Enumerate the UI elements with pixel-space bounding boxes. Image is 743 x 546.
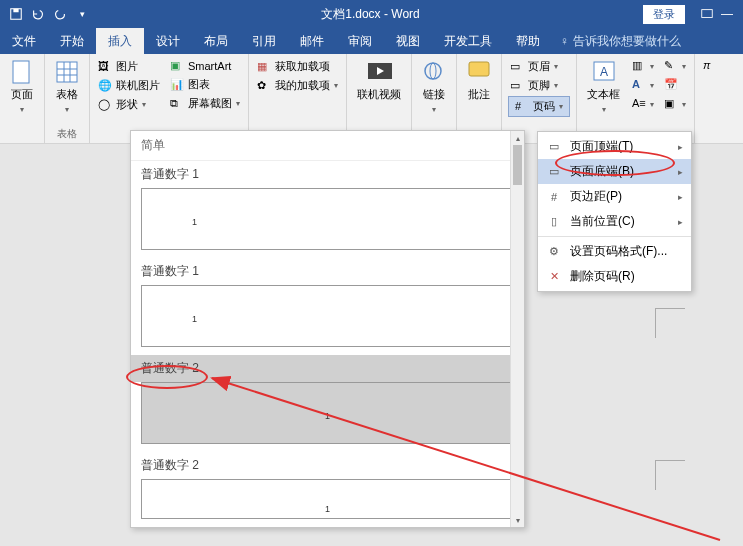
links-button[interactable]: 链接 ▾ [418,58,450,116]
chevron-right-icon: ▸ [678,167,683,177]
page-number-button[interactable]: #页码▾ [508,96,570,117]
picture-icon: 🖼 [98,60,112,74]
undo-icon[interactable] [30,6,46,22]
submenu-page-top[interactable]: ▭ 页面顶端(T) ▸ [538,134,691,159]
ribbon-display-icon[interactable] [699,6,715,22]
svg-text:A: A [599,65,607,79]
shapes-icon: ◯ [98,98,112,112]
footer-button[interactable]: ▭页脚▾ [508,77,570,94]
scroll-down-icon[interactable]: ▾ [511,513,524,527]
links-label: 链接 [423,87,445,102]
table-icon [55,60,79,84]
textbox-button[interactable]: A 文本框 ▾ [583,58,624,141]
smartart-button[interactable]: ▣SmartArt [168,58,242,74]
chevron-down-icon: ▾ [432,105,436,114]
gallery-scrollbar[interactable]: ▴ ▾ [510,131,524,527]
smartart-icon: ▣ [170,59,184,73]
gallery-item-plain2b[interactable]: 1 [141,479,514,519]
quick-parts-button[interactable]: ▥▾ [630,58,656,74]
chart-button[interactable]: 📊图表 [168,76,242,93]
submenu-remove-page-numbers[interactable]: ✕ 删除页码(R) [538,264,691,289]
wordart-button[interactable]: A▾ [630,77,656,93]
textbox-icon: A [592,60,616,84]
chevron-down-icon: ▾ [236,99,240,108]
comment-button[interactable]: 批注 [463,58,495,104]
gallery-item-label-selected: 普通数字 2 [131,355,524,382]
lightbulb-icon: ♀ [560,34,569,48]
screenshot-icon: ⧉ [170,97,184,111]
submenu-page-margins[interactable]: # 页边距(P) ▸ [538,184,691,209]
page-icon [10,60,34,84]
table-label: 表格 [56,87,78,102]
page-number-icon: # [515,100,529,114]
format-icon: ⚙ [546,244,562,260]
chevron-down-icon: ▾ [554,81,558,90]
online-pictures-button[interactable]: 🌐联机图片 [96,77,162,94]
scroll-thumb[interactable] [513,145,522,185]
group-tables-label: 表格 [51,127,83,141]
svg-rect-4 [57,62,77,82]
chevron-down-icon: ▾ [650,81,654,90]
table-button[interactable]: 表格 ▾ [51,58,83,127]
object-button[interactable]: ▣▾ [662,96,688,112]
equation-button[interactable]: π [701,58,719,74]
header-button[interactable]: ▭页眉▾ [508,58,570,75]
tab-references[interactable]: 引用 [240,28,288,54]
online-video-label: 联机视频 [357,87,401,102]
shapes-button[interactable]: ◯形状▾ [96,96,162,113]
sample-number: 1 [325,504,330,514]
chevron-down-icon: ▾ [650,62,654,71]
tab-home[interactable]: 开始 [48,28,96,54]
tab-design[interactable]: 设计 [144,28,192,54]
tab-view[interactable]: 视图 [384,28,432,54]
my-addins-button[interactable]: ✿我的加载项▾ [255,77,340,94]
login-button[interactable]: 登录 [643,5,685,24]
tab-file[interactable]: 文件 [0,28,48,54]
current-position-icon: ▯ [546,214,562,230]
gallery-item-plain2[interactable]: 1 [141,382,514,444]
wordart-icon: A [632,78,646,92]
remove-icon: ✕ [546,269,562,285]
gallery-item-label: 普通数字 2 [131,452,524,479]
submenu-current-position[interactable]: ▯ 当前位置(C) ▸ [538,209,691,234]
equation-icon: π [703,59,717,73]
submenu-page-bottom[interactable]: ▭ 页面底端(B) ▸ [538,159,691,184]
datetime-button[interactable]: 📅 [662,77,688,93]
qat-more-icon[interactable]: ▾ [74,6,90,22]
pictures-button[interactable]: 🖼图片 [96,58,162,75]
page-corner [655,460,685,490]
link-icon [422,60,446,84]
gallery-item-plain1[interactable]: 1 [141,188,514,250]
screenshot-button[interactable]: ⧉屏幕截图▾ [168,95,242,112]
minimize-icon[interactable]: — [719,6,735,22]
svg-rect-2 [702,10,713,18]
tab-layout[interactable]: 布局 [192,28,240,54]
get-addins-button[interactable]: ▦获取加载项 [255,58,340,75]
scroll-up-icon[interactable]: ▴ [511,131,524,145]
tab-developer[interactable]: 开发工具 [432,28,504,54]
tab-help[interactable]: 帮助 [504,28,552,54]
save-icon[interactable] [8,6,24,22]
gallery-section-header: 简单 [131,131,524,161]
sample-number: 1 [192,314,197,324]
store-icon: ▦ [257,60,271,74]
pages-button[interactable]: 页面 ▾ [6,58,38,116]
gallery-item-plain1b[interactable]: 1 [141,285,514,347]
submenu-format-page-numbers[interactable]: ⚙ 设置页码格式(F)... [538,239,691,264]
tab-mailings[interactable]: 邮件 [288,28,336,54]
redo-icon[interactable] [52,6,68,22]
comment-label: 批注 [468,87,490,102]
page-top-icon: ▭ [546,139,562,155]
group-pages: 页面 ▾ [0,54,45,143]
chevron-down-icon: ▾ [650,100,654,109]
tab-review[interactable]: 审阅 [336,28,384,54]
svg-point-11 [425,63,441,79]
tab-insert[interactable]: 插入 [96,28,144,54]
online-video-button[interactable]: 联机视频 [353,58,405,104]
signature-button[interactable]: ✎▾ [662,58,688,74]
tell-me[interactable]: ♀ 告诉我你想要做什么 [560,28,681,54]
dropcap-button[interactable]: A≡▾ [630,96,656,112]
submenu-separator [538,236,691,237]
signature-icon: ✎ [664,59,678,73]
chevron-down-icon: ▾ [554,62,558,71]
